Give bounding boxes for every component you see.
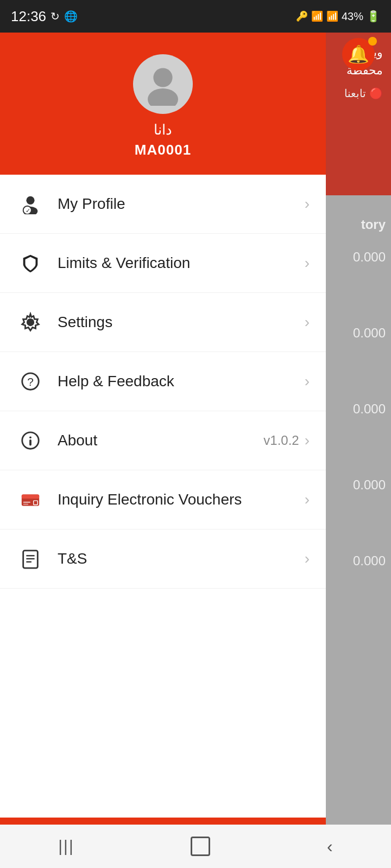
battery-icon: 🔋 [367,10,380,23]
status-time: 12:36 ↻ 🌐 [11,8,78,25]
person-icon: ✓ [16,190,45,218]
about-version: v1.0.2 [263,433,299,448]
status-bar: 12:36 ↻ 🌐 🔑 📶 📶 43% 🔋 [0,0,391,33]
user-name-arabic: دانا [154,122,172,138]
menu-item-limits-verification[interactable]: Limits & Verification › [0,234,326,293]
bottom-nav: ||| ‹ [0,825,391,868]
svg-text:✓: ✓ [26,207,30,214]
nav-menu-icon[interactable]: ||| [58,837,74,856]
tands-chevron: › [305,550,310,567]
side-drawer: دانا MA0001 ✓ My Profile › [0,33,326,868]
my-profile-label: My Profile [58,195,305,213]
limits-chevron: › [305,254,310,272]
bg-row-2: 0.000 [353,326,386,341]
tands-label: T&S [58,550,305,567]
status-icons: 🔑 📶 📶 43% 🔋 [296,10,380,23]
menu-item-about[interactable]: About v1.0.2 › [0,411,326,470]
bg-row-4: 0.000 [353,477,386,493]
nav-home-icon[interactable] [191,837,210,856]
signal-icon: 📶 [326,10,338,22]
limits-label: Limits & Verification [58,254,305,272]
wifi-icon: 📶 [311,10,323,22]
bg-row-1: 0.000 [353,250,386,265]
card-icon [16,486,45,514]
svg-point-0 [153,68,172,87]
info-icon [16,426,45,455]
menu-item-tands[interactable]: T&S › [0,529,326,589]
svg-rect-14 [22,495,39,499]
bg-label-history: tory [361,217,386,232]
bell-icon: 🔔 [348,44,369,65]
svg-point-11 [29,436,31,438]
svg-rect-12 [29,439,31,445]
settings-label: Settings [58,314,305,331]
avatar-icon [141,62,185,106]
about-label: About [58,432,263,449]
avatar[interactable] [133,54,193,114]
help-label: Help & Feedback [58,373,305,390]
bg-sub-text: تابعنا 🔴 [344,87,383,100]
user-id: MA0001 [135,142,191,158]
time-display: 12:36 [11,8,46,25]
settings-chevron: › [305,314,310,331]
bg-row-5: 0.000 [353,553,386,569]
menu-item-my-profile[interactable]: ✓ My Profile › [0,175,326,234]
svg-rect-15 [23,502,30,503]
menu-item-inquiry-vouchers[interactable]: Inquiry Electronic Vouchers › [0,470,326,529]
notification-dot [368,37,377,46]
nav-back-icon[interactable]: ‹ [327,837,333,857]
about-chevron: › [305,432,310,449]
my-profile-chevron: › [305,195,310,213]
gear-icon [16,308,45,336]
menu-item-help-feedback[interactable]: ? Help & Feedback › [0,352,326,411]
shield-icon [16,249,45,277]
battery-percent: 43% [342,10,363,23]
key-icon: 🔑 [296,10,308,22]
menu-item-settings[interactable]: Settings › [0,293,326,352]
vouchers-chevron: › [305,491,310,508]
help-icon: ? [16,367,45,395]
menu-list: ✓ My Profile › Limits & Verification › [0,175,326,818]
svg-rect-16 [23,504,29,505]
svg-point-2 [26,196,34,205]
help-chevron: › [305,373,310,390]
drawer-header: دانا MA0001 [0,33,326,175]
bg-row-3: 0.000 [353,401,386,417]
document-icon [16,545,45,573]
svg-point-1 [148,88,178,106]
svg-text:?: ? [27,375,34,388]
vouchers-label: Inquiry Electronic Vouchers [58,491,305,508]
